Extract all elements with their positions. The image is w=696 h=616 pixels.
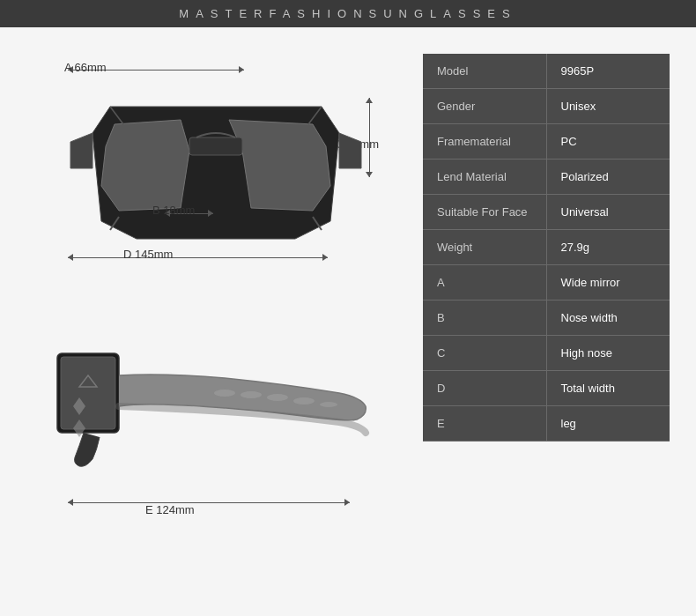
side-diagram: E 124mm (48, 327, 383, 521)
main-content: A 66mm C 59mm (0, 27, 696, 612)
spec-value: Total width (546, 371, 670, 406)
svg-marker-4 (70, 133, 93, 168)
page-header: MASTERFASHIONSUNGLASSES (0, 0, 696, 27)
specs-table: Model 9965P Gender Unisex Framematerial … (423, 54, 670, 442)
svg-point-15 (241, 391, 262, 398)
spec-key: B (423, 301, 546, 336)
spec-value: 27.9g (546, 230, 670, 265)
brand-title: MASTERFASHIONSUNGLASSES (179, 7, 516, 20)
dim-d-arrow (68, 257, 328, 258)
spec-value: High nose (546, 336, 670, 371)
spec-value: Universal (546, 195, 670, 230)
dim-e-arrow (68, 502, 350, 503)
spec-key: Weight (423, 230, 546, 265)
spec-key: Suitable For Face (423, 195, 546, 230)
spec-value: Unisex (546, 89, 670, 124)
spec-row: Lend Material Polarized (423, 160, 670, 195)
spec-key: E (423, 406, 546, 442)
svg-point-17 (293, 397, 315, 404)
spec-row: C High nose (423, 336, 670, 371)
svg-rect-11 (61, 357, 115, 429)
svg-point-16 (267, 394, 288, 401)
spec-row: A Wide mirror (423, 265, 670, 301)
svg-marker-1 (101, 120, 189, 211)
spec-row: Gender Unisex (423, 89, 670, 124)
left-panel: A 66mm C 59mm (26, 45, 405, 595)
dim-d-label: D 145mm (123, 248, 173, 261)
spec-row: E leg (423, 406, 670, 442)
svg-point-14 (214, 390, 235, 397)
spec-value: PC (546, 124, 670, 160)
dim-b-label: B 18mm (152, 204, 195, 217)
spec-key: Model (423, 54, 546, 89)
top-diagram: A 66mm C 59mm (48, 54, 383, 318)
svg-point-18 (320, 402, 337, 407)
spec-key: C (423, 336, 546, 371)
spec-row: D Total width (423, 371, 670, 406)
spec-row: Model 9965P (423, 54, 670, 89)
spec-row: Weight 27.9g (423, 230, 670, 265)
svg-marker-5 (339, 133, 361, 168)
spec-key: A (423, 265, 546, 301)
right-panel: Model 9965P Gender Unisex Framematerial … (423, 54, 670, 595)
glasses-top-view (66, 80, 366, 274)
spec-row: Suitable For Face Universal (423, 195, 670, 230)
spec-row: B Nose width (423, 301, 670, 336)
spec-value: leg (546, 406, 670, 442)
spec-value: 9965P (546, 54, 670, 89)
spec-row: Framematerial PC (423, 124, 670, 160)
spec-value: Nose width (546, 301, 670, 336)
spec-key: D (423, 371, 546, 406)
spec-key: Gender (423, 89, 546, 124)
dim-e-label: E 124mm (145, 503, 195, 516)
glasses-side-view (48, 327, 374, 486)
svg-rect-3 (189, 137, 242, 155)
spec-value: Wide mirror (546, 265, 670, 301)
spec-value: Polarized (546, 160, 670, 195)
spec-key: Framematerial (423, 124, 546, 160)
spec-key: Lend Material (423, 160, 546, 195)
dim-a-label: A 66mm (64, 61, 107, 74)
